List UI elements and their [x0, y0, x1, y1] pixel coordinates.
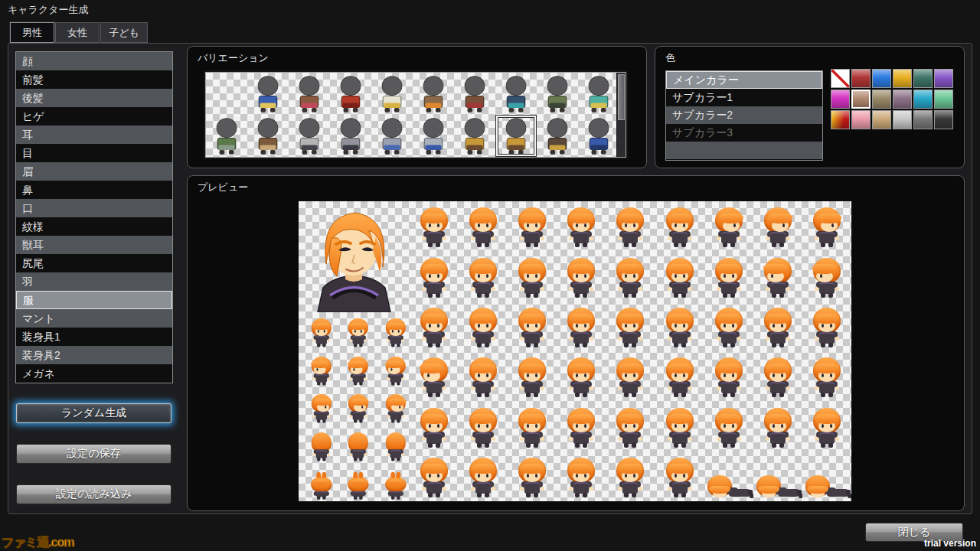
famitsu-watermark: ファミ通.com [2, 535, 74, 551]
battler-cell [557, 351, 606, 401]
battler-cell [802, 201, 851, 251]
color-target-item[interactable]: サブカラー1 [666, 89, 822, 106]
color-swatch[interactable] [893, 69, 912, 88]
preview-sprite-back [304, 429, 331, 464]
parts-list-item[interactable]: 羽 [16, 272, 172, 291]
variation-sprite [289, 74, 328, 113]
variation-cell[interactable] [247, 73, 289, 115]
battler-cell [606, 302, 655, 351]
color-swatch[interactable] [913, 69, 933, 88]
color-swatch[interactable] [934, 69, 953, 88]
color-swatch[interactable] [851, 69, 871, 88]
variation-cell[interactable] [578, 73, 619, 115]
color-swatch[interactable] [831, 90, 850, 109]
color-swatch[interactable] [851, 90, 871, 109]
variation-sprite [455, 74, 494, 113]
variation-cell[interactable] [537, 73, 578, 115]
variation-cell[interactable] [454, 115, 495, 157]
color-swatch[interactable] [893, 90, 912, 109]
battler-cell [508, 452, 557, 501]
color-target-item[interactable] [666, 142, 822, 159]
preview-sprite-front [606, 253, 655, 302]
load-settings-button[interactable]: 設定の読み込み [16, 484, 172, 504]
variation-cell[interactable] [578, 115, 619, 157]
parts-list-item[interactable]: マント [16, 309, 172, 328]
parts-list-item[interactable]: 鼻 [16, 181, 172, 199]
variation-cell[interactable] [413, 115, 454, 157]
battler-cell [410, 401, 459, 451]
battler-cell [606, 351, 655, 401]
preview-sprite-front [459, 253, 508, 302]
parts-list-item[interactable]: 目 [16, 144, 172, 162]
color-swatch[interactable] [934, 110, 953, 129]
variation-cell[interactable] [495, 115, 537, 157]
preview-sprite-front [606, 202, 655, 251]
tab-child[interactable]: 子ども [100, 22, 148, 43]
variation-sprite [413, 116, 452, 155]
variation-cell[interactable] [371, 73, 413, 115]
variation-cell[interactable] [413, 73, 454, 115]
variation-cell[interactable] [537, 115, 578, 157]
parts-list-item[interactable]: 尻尾 [16, 254, 172, 272]
parts-list-item[interactable]: 顔 [16, 52, 172, 70]
battler-cell [753, 351, 802, 401]
battler-cell [704, 351, 753, 401]
parts-list-item[interactable]: 服 [16, 291, 172, 309]
variation-cell[interactable] [289, 115, 330, 157]
color-swatch[interactable] [831, 110, 850, 129]
parts-list-item[interactable]: 装身具1 [16, 328, 172, 346]
variation-scrollbar[interactable] [616, 73, 626, 157]
variation-cell[interactable] [206, 115, 247, 157]
preview-sprite-front [704, 302, 753, 351]
preview-sprite-front [655, 403, 704, 452]
tab-male[interactable]: 男性 [10, 22, 54, 43]
parts-list-item[interactable]: 後髪 [16, 89, 172, 107]
preview-sprite-front [606, 352, 655, 401]
color-swatch[interactable] [872, 110, 891, 129]
color-target-item[interactable]: サブカラー3 [666, 124, 822, 142]
variation-cell[interactable] [371, 115, 413, 157]
parts-list-item[interactable]: ヒゲ [16, 107, 172, 126]
color-target-item[interactable]: サブカラー2 [666, 106, 822, 124]
preview-sprite-front [508, 253, 557, 302]
color-swatch[interactable] [913, 90, 933, 109]
parts-list-item[interactable]: 装身具2 [16, 346, 172, 364]
preview-sprite-front [557, 352, 606, 401]
color-swatch[interactable] [872, 90, 891, 109]
parts-list-item[interactable]: 口 [16, 199, 172, 217]
color-swatch[interactable] [934, 90, 953, 109]
color-panel-title: 色 [665, 51, 675, 65]
parts-list-item[interactable]: メガネ [16, 364, 172, 383]
battler-cell [753, 302, 802, 351]
preview-sprite-left [410, 352, 459, 401]
color-swatch[interactable] [872, 69, 891, 88]
parts-list-item[interactable]: 前髪 [16, 70, 172, 89]
parts-list-item[interactable]: 紋様 [16, 217, 172, 236]
variation-cell[interactable] [330, 115, 371, 157]
variation-cell[interactable] [330, 73, 371, 115]
color-swatch[interactable] [913, 110, 933, 129]
preview-sprite-front [802, 403, 851, 452]
preview-sprite-front [606, 452, 655, 501]
variation-cell[interactable] [247, 115, 289, 157]
variation-scrollbar-thumb[interactable] [618, 74, 625, 120]
variation-cell[interactable] [206, 73, 247, 115]
parts-list-item[interactable]: 眉 [16, 162, 172, 181]
preview-sprite-front [508, 352, 557, 401]
save-settings-button[interactable]: 設定の保存 [16, 444, 172, 464]
variation-cell[interactable] [289, 73, 330, 115]
random-generate-button[interactable]: ランダム生成 [16, 403, 172, 423]
parts-list-item[interactable]: 耳 [16, 126, 172, 144]
variation-sprite [207, 116, 246, 155]
parts-list-item[interactable]: 獣耳 [16, 236, 172, 254]
battler-cell [753, 452, 802, 501]
color-swatch[interactable] [851, 110, 871, 129]
battler-cell [557, 452, 606, 501]
tab-female[interactable]: 女性 [55, 22, 100, 43]
color-swatch[interactable] [893, 110, 912, 129]
color-target-item[interactable]: メインカラー [666, 71, 822, 89]
walk-cell [335, 388, 372, 425]
variation-cell[interactable] [495, 73, 537, 115]
swatch-none[interactable] [831, 69, 850, 88]
variation-cell[interactable] [454, 73, 495, 115]
